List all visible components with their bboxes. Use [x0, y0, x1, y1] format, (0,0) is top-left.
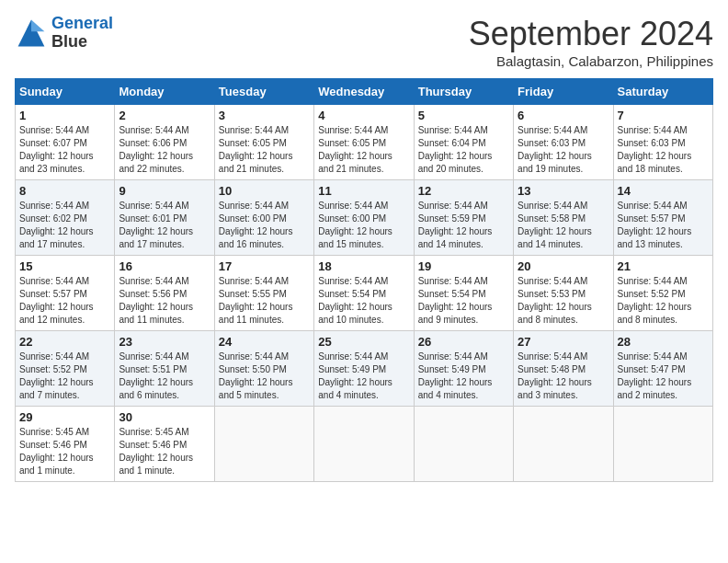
svg-marker-1	[31, 19, 44, 31]
day-info: Sunrise: 5:44 AM Sunset: 6:02 PM Dayligh…	[19, 200, 110, 251]
day-number: 6	[518, 109, 609, 122]
calendar-cell: 7 Sunrise: 5:44 AM Sunset: 6:03 PM Dayli…	[613, 105, 712, 180]
calendar-cell: 6 Sunrise: 5:44 AM Sunset: 6:03 PM Dayli…	[514, 105, 613, 180]
day-info: Sunrise: 5:44 AM Sunset: 6:00 PM Dayligh…	[219, 200, 310, 251]
day-info: Sunrise: 5:44 AM Sunset: 6:07 PM Dayligh…	[19, 124, 110, 176]
calendar-row: 22 Sunrise: 5:44 AM Sunset: 5:52 PM Dayl…	[16, 331, 713, 407]
day-info: Sunrise: 5:44 AM Sunset: 5:53 PM Dayligh…	[518, 275, 609, 327]
day-info: Sunrise: 5:44 AM Sunset: 6:05 PM Dayligh…	[219, 124, 310, 176]
day-number: 17	[219, 259, 310, 273]
day-number: 26	[418, 335, 509, 349]
calendar-cell	[214, 407, 313, 482]
day-info: Sunrise: 5:44 AM Sunset: 5:59 PM Dayligh…	[418, 200, 509, 251]
month-title: September 2024	[469, 15, 713, 53]
day-info: Sunrise: 5:44 AM Sunset: 5:57 PM Dayligh…	[19, 275, 110, 327]
day-number: 20	[518, 259, 609, 273]
day-number: 30	[119, 410, 210, 424]
day-number: 8	[19, 184, 110, 198]
calendar-cell: 5 Sunrise: 5:44 AM Sunset: 6:04 PM Dayli…	[414, 105, 513, 180]
location-subtitle: Balagtasin, Calabarzon, Philippines	[469, 53, 713, 69]
day-info: Sunrise: 5:45 AM Sunset: 5:46 PM Dayligh…	[19, 426, 110, 477]
day-number: 14	[618, 184, 709, 198]
day-info: Sunrise: 5:44 AM Sunset: 5:48 PM Dayligh…	[518, 350, 609, 402]
day-number: 15	[19, 259, 110, 273]
calendar-cell: 27 Sunrise: 5:44 AM Sunset: 5:48 PM Dayl…	[514, 331, 613, 407]
day-info: Sunrise: 5:44 AM Sunset: 5:49 PM Dayligh…	[418, 350, 509, 402]
header-monday: Monday	[115, 79, 214, 105]
day-number: 23	[119, 335, 210, 349]
calendar-cell: 17 Sunrise: 5:44 AM Sunset: 5:55 PM Dayl…	[214, 256, 313, 331]
day-number: 25	[318, 335, 409, 349]
day-number: 2	[119, 109, 210, 122]
day-number: 3	[219, 109, 310, 122]
header-wednesday: Wednesday	[314, 79, 414, 105]
logo: General Blue	[15, 15, 113, 52]
day-info: Sunrise: 5:44 AM Sunset: 6:00 PM Dayligh…	[318, 200, 409, 251]
calendar-cell: 1 Sunrise: 5:44 AM Sunset: 6:07 PM Dayli…	[16, 105, 115, 180]
calendar-cell: 29 Sunrise: 5:45 AM Sunset: 5:46 PM Dayl…	[16, 407, 115, 482]
day-info: Sunrise: 5:44 AM Sunset: 6:01 PM Dayligh…	[119, 200, 210, 251]
header-tuesday: Tuesday	[214, 79, 313, 105]
day-number: 19	[418, 259, 509, 273]
day-number: 10	[219, 184, 310, 198]
calendar-cell: 26 Sunrise: 5:44 AM Sunset: 5:49 PM Dayl…	[414, 331, 513, 407]
calendar-cell: 18 Sunrise: 5:44 AM Sunset: 5:54 PM Dayl…	[314, 256, 414, 331]
logo-text: General Blue	[51, 15, 113, 52]
day-info: Sunrise: 5:44 AM Sunset: 5:51 PM Dayligh…	[119, 350, 210, 402]
header-sunday: Sunday	[16, 79, 115, 105]
day-info: Sunrise: 5:44 AM Sunset: 6:03 PM Dayligh…	[518, 124, 609, 176]
calendar-cell: 12 Sunrise: 5:44 AM Sunset: 5:59 PM Dayl…	[414, 180, 513, 256]
calendar-cell: 28 Sunrise: 5:44 AM Sunset: 5:47 PM Dayl…	[613, 331, 712, 407]
day-info: Sunrise: 5:45 AM Sunset: 5:46 PM Dayligh…	[119, 426, 210, 477]
calendar-cell: 25 Sunrise: 5:44 AM Sunset: 5:49 PM Dayl…	[314, 331, 414, 407]
calendar-cell: 15 Sunrise: 5:44 AM Sunset: 5:57 PM Dayl…	[16, 256, 115, 331]
day-info: Sunrise: 5:44 AM Sunset: 5:49 PM Dayligh…	[318, 350, 409, 402]
calendar-cell: 22 Sunrise: 5:44 AM Sunset: 5:52 PM Dayl…	[16, 331, 115, 407]
calendar-table: Sunday Monday Tuesday Wednesday Thursday…	[15, 78, 713, 482]
day-number: 22	[19, 335, 110, 349]
title-block: September 2024 Balagtasin, Calabarzon, P…	[469, 15, 713, 69]
day-info: Sunrise: 5:44 AM Sunset: 5:52 PM Dayligh…	[618, 275, 709, 327]
day-info: Sunrise: 5:44 AM Sunset: 5:58 PM Dayligh…	[518, 200, 609, 251]
day-info: Sunrise: 5:44 AM Sunset: 6:06 PM Dayligh…	[119, 124, 210, 176]
calendar-row: 1 Sunrise: 5:44 AM Sunset: 6:07 PM Dayli…	[16, 105, 713, 180]
day-number: 18	[318, 259, 409, 273]
calendar-cell: 14 Sunrise: 5:44 AM Sunset: 5:57 PM Dayl…	[613, 180, 712, 256]
day-number: 13	[518, 184, 609, 198]
calendar-cell	[414, 407, 513, 482]
day-number: 29	[19, 410, 110, 424]
day-number: 4	[318, 109, 409, 122]
day-number: 5	[418, 109, 509, 122]
day-number: 16	[119, 259, 210, 273]
day-info: Sunrise: 5:44 AM Sunset: 5:56 PM Dayligh…	[119, 275, 210, 327]
calendar-cell	[514, 407, 613, 482]
calendar-cell: 9 Sunrise: 5:44 AM Sunset: 6:01 PM Dayli…	[115, 180, 214, 256]
day-info: Sunrise: 5:44 AM Sunset: 5:50 PM Dayligh…	[219, 350, 310, 402]
day-info: Sunrise: 5:44 AM Sunset: 5:57 PM Dayligh…	[618, 200, 709, 251]
day-number: 28	[618, 335, 709, 349]
header-saturday: Saturday	[613, 79, 712, 105]
day-number: 7	[618, 109, 709, 122]
calendar-cell: 8 Sunrise: 5:44 AM Sunset: 6:02 PM Dayli…	[16, 180, 115, 256]
page-header: General Blue September 2024 Balagtasin, …	[15, 15, 713, 69]
day-number: 11	[318, 184, 409, 198]
day-info: Sunrise: 5:44 AM Sunset: 5:54 PM Dayligh…	[318, 275, 409, 327]
day-info: Sunrise: 5:44 AM Sunset: 6:03 PM Dayligh…	[618, 124, 709, 176]
day-number: 1	[19, 109, 110, 122]
day-info: Sunrise: 5:44 AM Sunset: 6:04 PM Dayligh…	[418, 124, 509, 176]
calendar-cell: 24 Sunrise: 5:44 AM Sunset: 5:50 PM Dayl…	[214, 331, 313, 407]
logo-icon	[15, 17, 48, 50]
calendar-row: 8 Sunrise: 5:44 AM Sunset: 6:02 PM Dayli…	[16, 180, 713, 256]
calendar-cell: 3 Sunrise: 5:44 AM Sunset: 6:05 PM Dayli…	[214, 105, 313, 180]
calendar-row: 15 Sunrise: 5:44 AM Sunset: 5:57 PM Dayl…	[16, 256, 713, 331]
calendar-cell	[314, 407, 414, 482]
day-info: Sunrise: 5:44 AM Sunset: 5:47 PM Dayligh…	[618, 350, 709, 402]
day-number: 27	[518, 335, 609, 349]
calendar-cell: 10 Sunrise: 5:44 AM Sunset: 6:00 PM Dayl…	[214, 180, 313, 256]
calendar-row: 29 Sunrise: 5:45 AM Sunset: 5:46 PM Dayl…	[16, 407, 713, 482]
calendar-cell: 23 Sunrise: 5:44 AM Sunset: 5:51 PM Dayl…	[115, 331, 214, 407]
calendar-cell: 11 Sunrise: 5:44 AM Sunset: 6:00 PM Dayl…	[314, 180, 414, 256]
day-number: 9	[119, 184, 210, 198]
header-thursday: Thursday	[414, 79, 513, 105]
day-number: 24	[219, 335, 310, 349]
